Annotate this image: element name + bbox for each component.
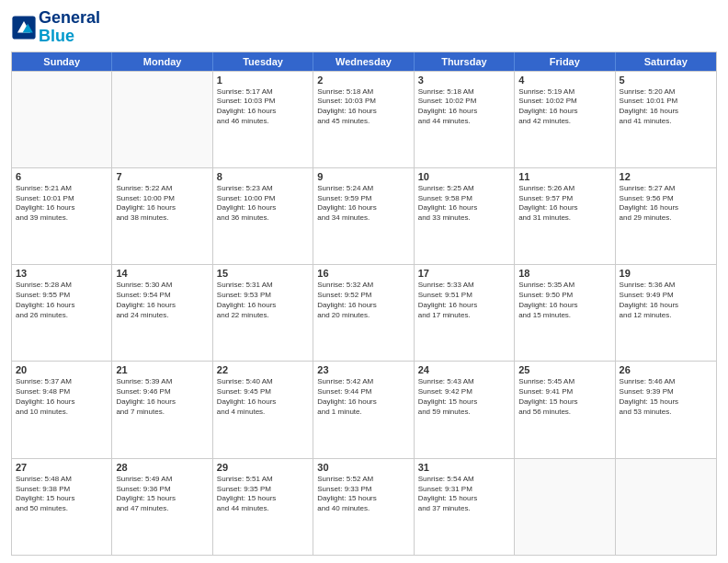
day-info: Sunrise: 5:39 AM Sunset: 9:46 PM Dayligh… xyxy=(116,377,208,417)
logo: General Blue xyxy=(11,9,100,46)
weekday-header: Saturday xyxy=(616,52,716,71)
calendar-day-cell: 11Sunrise: 5:26 AM Sunset: 9:57 PM Dayli… xyxy=(515,168,615,264)
calendar-day-cell: 8Sunrise: 5:23 AM Sunset: 10:00 PM Dayli… xyxy=(213,168,313,264)
calendar-row: 6Sunrise: 5:21 AM Sunset: 10:01 PM Dayli… xyxy=(12,167,716,264)
day-number: 8 xyxy=(217,171,309,182)
logo-line2: Blue xyxy=(39,28,100,46)
day-info: Sunrise: 5:18 AM Sunset: 10:02 PM Daylig… xyxy=(418,87,510,127)
day-number: 16 xyxy=(317,268,409,279)
day-number: 31 xyxy=(418,462,510,473)
calendar-day-cell: 10Sunrise: 5:25 AM Sunset: 9:58 PM Dayli… xyxy=(415,168,515,264)
day-number: 12 xyxy=(620,171,712,182)
calendar-day-cell: 20Sunrise: 5:37 AM Sunset: 9:48 PM Dayli… xyxy=(12,362,112,457)
calendar-day-cell: 29Sunrise: 5:51 AM Sunset: 9:35 PM Dayli… xyxy=(213,459,313,555)
day-number: 27 xyxy=(16,462,108,473)
day-number: 6 xyxy=(16,171,108,182)
calendar-day-cell: 23Sunrise: 5:42 AM Sunset: 9:44 PM Dayli… xyxy=(313,362,414,457)
weekday-header: Tuesday xyxy=(213,52,313,71)
calendar-day-cell: 18Sunrise: 5:35 AM Sunset: 9:50 PM Dayli… xyxy=(515,265,615,361)
day-info: Sunrise: 5:45 AM Sunset: 9:41 PM Dayligh… xyxy=(518,377,610,417)
day-number: 23 xyxy=(317,364,409,375)
calendar-day-cell: 17Sunrise: 5:33 AM Sunset: 9:51 PM Dayli… xyxy=(415,265,515,361)
day-number: 4 xyxy=(518,75,610,86)
weekday-header: Wednesday xyxy=(313,52,414,71)
logo-icon xyxy=(11,15,37,40)
calendar-row: 27Sunrise: 5:48 AM Sunset: 9:38 PM Dayli… xyxy=(12,458,716,555)
calendar-day-cell: 27Sunrise: 5:48 AM Sunset: 9:38 PM Dayli… xyxy=(12,459,112,555)
calendar-day-cell: 5Sunrise: 5:20 AM Sunset: 10:01 PM Dayli… xyxy=(616,72,716,167)
day-info: Sunrise: 5:19 AM Sunset: 10:02 PM Daylig… xyxy=(518,87,610,127)
weekday-header: Friday xyxy=(515,52,615,71)
calendar-day-cell: 25Sunrise: 5:45 AM Sunset: 9:41 PM Dayli… xyxy=(515,362,615,457)
day-number: 26 xyxy=(620,364,712,375)
day-info: Sunrise: 5:22 AM Sunset: 10:00 PM Daylig… xyxy=(116,184,208,224)
day-info: Sunrise: 5:32 AM Sunset: 9:52 PM Dayligh… xyxy=(317,281,409,320)
weekday-header: Sunday xyxy=(12,52,112,71)
calendar-day-cell: 1Sunrise: 5:17 AM Sunset: 10:03 PM Dayli… xyxy=(213,72,313,167)
calendar-day-cell: 3Sunrise: 5:18 AM Sunset: 10:02 PM Dayli… xyxy=(415,72,515,167)
day-number: 17 xyxy=(418,268,510,279)
calendar-day-cell: 13Sunrise: 5:28 AM Sunset: 9:55 PM Dayli… xyxy=(12,265,112,361)
day-number: 5 xyxy=(620,75,712,86)
day-info: Sunrise: 5:48 AM Sunset: 9:38 PM Dayligh… xyxy=(16,475,108,514)
day-number: 7 xyxy=(116,171,208,182)
day-info: Sunrise: 5:28 AM Sunset: 9:55 PM Dayligh… xyxy=(16,281,108,320)
calendar-header: SundayMondayTuesdayWednesdayThursdayFrid… xyxy=(12,52,716,71)
day-info: Sunrise: 5:31 AM Sunset: 9:53 PM Dayligh… xyxy=(217,281,309,320)
calendar-empty-cell xyxy=(112,72,212,167)
day-number: 28 xyxy=(116,462,208,473)
weekday-header: Monday xyxy=(112,52,212,71)
calendar-row: 1Sunrise: 5:17 AM Sunset: 10:03 PM Dayli… xyxy=(12,71,716,167)
day-info: Sunrise: 5:49 AM Sunset: 9:36 PM Dayligh… xyxy=(116,475,208,514)
day-info: Sunrise: 5:42 AM Sunset: 9:44 PM Dayligh… xyxy=(317,377,409,417)
day-info: Sunrise: 5:46 AM Sunset: 9:39 PM Dayligh… xyxy=(620,377,712,417)
day-info: Sunrise: 5:33 AM Sunset: 9:51 PM Dayligh… xyxy=(418,281,510,320)
calendar-day-cell: 12Sunrise: 5:27 AM Sunset: 9:56 PM Dayli… xyxy=(616,168,716,264)
calendar-day-cell: 28Sunrise: 5:49 AM Sunset: 9:36 PM Dayli… xyxy=(112,459,212,555)
day-number: 10 xyxy=(418,171,510,182)
calendar-day-cell: 9Sunrise: 5:24 AM Sunset: 9:59 PM Daylig… xyxy=(313,168,414,264)
calendar-day-cell: 14Sunrise: 5:30 AM Sunset: 9:54 PM Dayli… xyxy=(112,265,212,361)
day-info: Sunrise: 5:27 AM Sunset: 9:56 PM Dayligh… xyxy=(620,184,712,224)
calendar-day-cell: 19Sunrise: 5:36 AM Sunset: 9:49 PM Dayli… xyxy=(616,265,716,361)
day-number: 9 xyxy=(317,171,409,182)
day-info: Sunrise: 5:20 AM Sunset: 10:01 PM Daylig… xyxy=(620,87,712,127)
header: General Blue xyxy=(11,9,717,46)
main-container: General Blue SundayMondayTuesdayWednesda… xyxy=(0,0,728,563)
calendar-row: 13Sunrise: 5:28 AM Sunset: 9:55 PM Dayli… xyxy=(12,264,716,361)
calendar-day-cell: 6Sunrise: 5:21 AM Sunset: 10:01 PM Dayli… xyxy=(12,168,112,264)
day-info: Sunrise: 5:25 AM Sunset: 9:58 PM Dayligh… xyxy=(418,184,510,224)
day-number: 24 xyxy=(418,364,510,375)
day-info: Sunrise: 5:18 AM Sunset: 10:03 PM Daylig… xyxy=(317,87,409,127)
calendar-day-cell: 16Sunrise: 5:32 AM Sunset: 9:52 PM Dayli… xyxy=(313,265,414,361)
calendar-day-cell: 26Sunrise: 5:46 AM Sunset: 9:39 PM Dayli… xyxy=(616,362,716,457)
calendar-empty-cell xyxy=(616,459,716,555)
day-number: 25 xyxy=(518,364,610,375)
day-info: Sunrise: 5:40 AM Sunset: 9:45 PM Dayligh… xyxy=(217,377,309,417)
calendar-day-cell: 2Sunrise: 5:18 AM Sunset: 10:03 PM Dayli… xyxy=(313,72,414,167)
calendar-day-cell: 4Sunrise: 5:19 AM Sunset: 10:02 PM Dayli… xyxy=(515,72,615,167)
day-info: Sunrise: 5:51 AM Sunset: 9:35 PM Dayligh… xyxy=(217,475,309,514)
calendar-body: 1Sunrise: 5:17 AM Sunset: 10:03 PM Dayli… xyxy=(12,71,716,555)
day-number: 13 xyxy=(16,268,108,279)
day-info: Sunrise: 5:23 AM Sunset: 10:00 PM Daylig… xyxy=(217,184,309,224)
day-number: 29 xyxy=(217,462,309,473)
calendar-empty-cell xyxy=(12,72,112,167)
calendar-day-cell: 22Sunrise: 5:40 AM Sunset: 9:45 PM Dayli… xyxy=(213,362,313,457)
day-number: 14 xyxy=(116,268,208,279)
day-number: 30 xyxy=(317,462,409,473)
day-number: 1 xyxy=(217,75,309,86)
weekday-header: Thursday xyxy=(415,52,515,71)
day-info: Sunrise: 5:30 AM Sunset: 9:54 PM Dayligh… xyxy=(116,281,208,320)
logo-line1: General xyxy=(39,9,100,28)
day-number: 21 xyxy=(116,364,208,375)
calendar: SundayMondayTuesdayWednesdayThursdayFrid… xyxy=(11,52,717,556)
day-number: 20 xyxy=(16,364,108,375)
calendar-day-cell: 24Sunrise: 5:43 AM Sunset: 9:42 PM Dayli… xyxy=(415,362,515,457)
calendar-empty-cell xyxy=(515,459,615,555)
day-number: 11 xyxy=(518,171,610,182)
day-info: Sunrise: 5:21 AM Sunset: 10:01 PM Daylig… xyxy=(16,184,108,224)
day-number: 3 xyxy=(418,75,510,86)
day-info: Sunrise: 5:26 AM Sunset: 9:57 PM Dayligh… xyxy=(518,184,610,224)
day-info: Sunrise: 5:52 AM Sunset: 9:33 PM Dayligh… xyxy=(317,475,409,514)
